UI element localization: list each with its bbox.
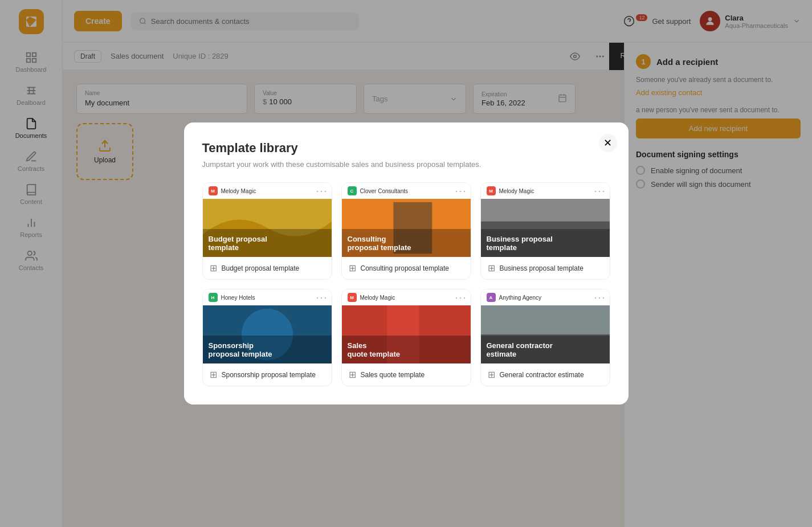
template-card-consulting[interactable]: Consultingproposal template C Clover Con… (341, 182, 471, 280)
thumb-img-business: Business proposaltemplate (481, 199, 610, 257)
template-header-sales: M Melody Magic (342, 289, 471, 305)
template-menu-consulting[interactable]: ··· (455, 185, 467, 197)
template-header-budget: M Melody Magic (203, 183, 332, 199)
template-label-sponsorship: ⊞ Sponsorship proposal template (203, 363, 332, 386)
template-header-business: M Melody Magic (481, 183, 610, 199)
brand-logo-budget: M (209, 186, 218, 195)
template-card-business[interactable]: Business proposaltemplate M Melody Magic… (480, 182, 610, 280)
template-menu-budget[interactable]: ··· (316, 185, 328, 197)
template-icon-business: ⊞ (488, 263, 495, 273)
template-thumb-contractor: General contractorestimate A Anything Ag… (481, 289, 610, 363)
template-name-consulting: Consulting proposal template (361, 264, 449, 272)
thumb-text-consulting: Consultingproposal template (342, 229, 471, 257)
thumb-img-contractor: General contractorestimate (481, 305, 610, 363)
template-label-budget: ⊞ Budget proposal template (203, 257, 332, 279)
brand-logo-sponsorship: H (209, 293, 218, 302)
brand-name-budget: Melody Magic (221, 188, 256, 194)
thumb-text-sales: Salesquote template (342, 336, 471, 363)
template-library-modal: Template library Jumpstart your work wit… (184, 122, 629, 405)
template-header-contractor: A Anything Agency (481, 289, 610, 305)
thumb-img-consulting: Consultingproposal template (342, 199, 471, 257)
brand-logo-business: M (487, 186, 496, 195)
template-icon-consulting: ⊞ (349, 263, 356, 273)
template-name-business: Business proposal template (500, 264, 584, 272)
template-card-budget[interactable]: Budget proposaltemplate M Melody Magic ·… (202, 182, 332, 280)
templates-grid: Budget proposaltemplate M Melody Magic ·… (202, 182, 610, 386)
thumb-text-business: Business proposaltemplate (481, 229, 610, 257)
template-card-sponsorship[interactable]: Sponsorshipproposal template H Honey Hot… (202, 289, 332, 386)
modal-overlay: Template library Jumpstart your work wit… (0, 0, 812, 527)
brand-name-sponsorship: Honey Hotels (221, 295, 255, 301)
template-thumb-budget: Budget proposaltemplate M Melody Magic ·… (203, 183, 332, 257)
modal-close-button[interactable]: ✕ (599, 134, 617, 152)
modal-title: Template library (202, 141, 610, 156)
thumb-text-sponsorship: Sponsorshipproposal template (203, 336, 332, 363)
modal-subtitle: Jumpstart your work with these customisa… (202, 160, 610, 169)
template-name-contractor: General contractor estimate (500, 371, 584, 379)
template-menu-contractor[interactable]: ··· (594, 292, 606, 304)
template-header-consulting: C Clover Consultants (342, 183, 471, 199)
template-name-budget: Budget proposal template (222, 264, 300, 272)
template-icon-contractor: ⊞ (488, 369, 495, 380)
brand-logo-consulting: C (348, 186, 357, 195)
thumb-img-budget: Budget proposaltemplate (203, 199, 332, 257)
template-thumb-business: Business proposaltemplate M Melody Magic… (481, 183, 610, 257)
template-icon-sponsorship: ⊞ (210, 369, 217, 380)
thumb-img-sales: Salesquote template (342, 305, 471, 363)
template-label-contractor: ⊞ General contractor estimate (481, 363, 610, 386)
template-header-sponsorship: H Honey Hotels (203, 289, 332, 305)
template-label-consulting: ⊞ Consulting proposal template (342, 257, 471, 279)
template-label-sales: ⊞ Sales quote template (342, 363, 471, 386)
brand-name-sales: Melody Magic (360, 295, 395, 301)
template-menu-sales[interactable]: ··· (455, 292, 467, 304)
template-card-contractor[interactable]: General contractorestimate A Anything Ag… (480, 289, 610, 386)
template-card-sales[interactable]: Salesquote template M Melody Magic ··· ⊞… (341, 289, 471, 386)
thumb-text-contractor: General contractorestimate (481, 336, 610, 363)
brand-logo-contractor: A (487, 293, 496, 302)
template-menu-sponsorship[interactable]: ··· (316, 292, 328, 304)
thumb-img-sponsorship: Sponsorshipproposal template (203, 305, 332, 363)
brand-name-contractor: Anything Agency (499, 295, 542, 301)
template-menu-business[interactable]: ··· (594, 185, 606, 197)
brand-name-business: Melody Magic (499, 188, 534, 194)
template-icon-sales: ⊞ (349, 369, 356, 380)
template-icon-budget: ⊞ (210, 263, 217, 273)
template-name-sponsorship: Sponsorship proposal template (222, 371, 316, 379)
thumb-text-budget: Budget proposaltemplate (203, 229, 332, 257)
brand-name-consulting: Clover Consultants (360, 188, 408, 194)
template-thumb-sales: Salesquote template M Melody Magic ··· (342, 289, 471, 363)
brand-logo-sales: M (348, 293, 357, 302)
template-thumb-sponsorship: Sponsorshipproposal template H Honey Hot… (203, 289, 332, 363)
template-label-business: ⊞ Business proposal template (481, 257, 610, 279)
template-thumb-consulting: Consultingproposal template C Clover Con… (342, 183, 471, 257)
template-name-sales: Sales quote template (361, 371, 425, 379)
